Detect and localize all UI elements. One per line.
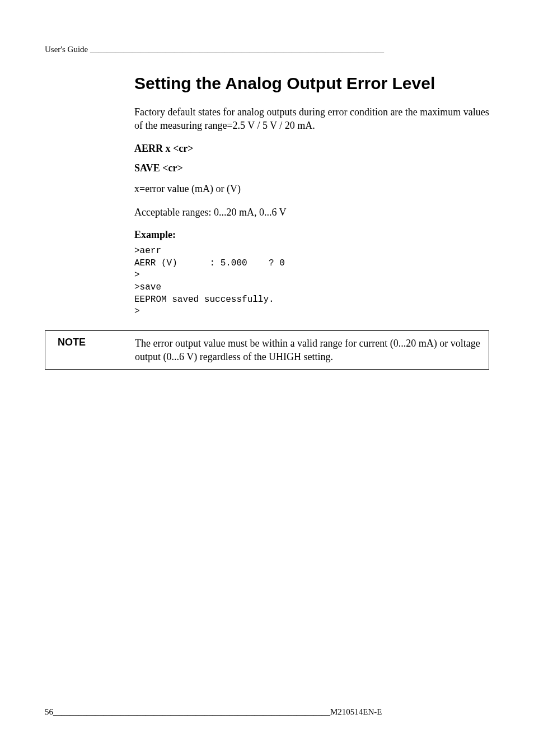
note-label: NOTE <box>45 331 135 370</box>
command-save: SAVE <cr> <box>134 162 489 174</box>
page-number: 56 <box>45 707 53 717</box>
param-description: x=error value (mA) or (V) <box>134 182 489 195</box>
intro-paragraph: Factory default states for analog output… <box>134 105 489 133</box>
example-label: Example: <box>134 229 489 241</box>
page-header: User's Guide ___________________________… <box>45 45 489 54</box>
section-title: Setting the Analog Output Error Level <box>134 74 489 93</box>
note-box: NOTE The error output value must be with… <box>45 330 489 370</box>
page-footer: 56 _____________________________________… <box>45 707 489 717</box>
doc-reference: M210514EN-E <box>330 707 382 717</box>
footer-divider: ________________________________________… <box>53 707 330 717</box>
command-aerr: AERR x <cr> <box>134 143 489 155</box>
example-code: >aerr AERR (V) : 5.000 ? 0 > >save EEPRO… <box>134 245 489 318</box>
content-area: Setting the Analog Output Error Level Fa… <box>134 74 489 370</box>
note-text: The error output value must be within a … <box>135 331 489 370</box>
acceptable-ranges: Acceptable ranges: 0...20 mA, 0...6 V <box>134 206 489 219</box>
